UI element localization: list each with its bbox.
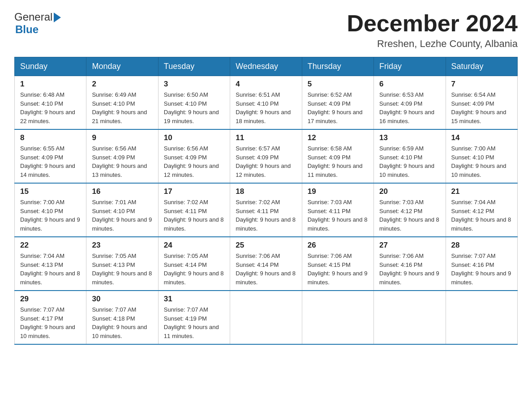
calendar-cell: 24 Sunrise: 7:05 AM Sunset: 4:14 PM Dayl… — [158, 237, 230, 291]
day-number: 2 — [92, 80, 152, 89]
day-info: Sunrise: 6:48 AM Sunset: 4:10 PM Dayligh… — [20, 90, 81, 125]
day-info: Sunrise: 6:50 AM Sunset: 4:10 PM Dayligh… — [164, 90, 224, 125]
day-info: Sunrise: 7:07 AM Sunset: 4:16 PM Dayligh… — [451, 252, 512, 287]
day-info: Sunrise: 6:58 AM Sunset: 4:09 PM Dayligh… — [308, 144, 368, 179]
day-info: Sunrise: 7:05 AM Sunset: 4:14 PM Dayligh… — [164, 252, 224, 287]
day-number: 26 — [308, 241, 368, 250]
day-number: 13 — [379, 133, 440, 142]
day-number: 19 — [308, 187, 368, 196]
calendar-cell — [446, 291, 517, 344]
calendar-cell: 15 Sunrise: 7:00 AM Sunset: 4:10 PM Dayl… — [15, 183, 86, 237]
calendar-cell: 25 Sunrise: 7:06 AM Sunset: 4:14 PM Dayl… — [230, 237, 302, 291]
calendar-header: SundayMondayTuesdayWednesdayThursdayFrid… — [15, 57, 518, 76]
logo-triangle-icon — [54, 13, 61, 22]
day-number: 17 — [164, 187, 224, 196]
calendar-cell: 7 Sunrise: 6:54 AM Sunset: 4:09 PM Dayli… — [446, 76, 517, 130]
day-number: 22 — [20, 241, 81, 250]
day-info: Sunrise: 7:06 AM Sunset: 4:15 PM Dayligh… — [308, 252, 368, 287]
day-number: 28 — [451, 241, 512, 250]
weekday-header-row: SundayMondayTuesdayWednesdayThursdayFrid… — [15, 57, 518, 76]
day-number: 1 — [20, 80, 81, 89]
day-info: Sunrise: 6:52 AM Sunset: 4:09 PM Dayligh… — [308, 90, 368, 125]
calendar-cell: 16 Sunrise: 7:01 AM Sunset: 4:10 PM Dayl… — [86, 183, 158, 237]
calendar-table: SundayMondayTuesdayWednesdayThursdayFrid… — [14, 57, 518, 345]
day-number: 18 — [236, 187, 296, 196]
calendar-cell: 26 Sunrise: 7:06 AM Sunset: 4:15 PM Dayl… — [302, 237, 373, 291]
calendar-cell: 14 Sunrise: 7:00 AM Sunset: 4:10 PM Dayl… — [446, 129, 517, 183]
calendar-cell: 2 Sunrise: 6:49 AM Sunset: 4:10 PM Dayli… — [86, 76, 158, 130]
calendar-cell: 3 Sunrise: 6:50 AM Sunset: 4:10 PM Dayli… — [158, 76, 230, 130]
calendar-week-1: 1 Sunrise: 6:48 AM Sunset: 4:10 PM Dayli… — [15, 76, 518, 130]
page-header: General Blue December 2024 Rreshen, Lezh… — [14, 11, 518, 50]
day-number: 21 — [451, 187, 512, 196]
weekday-header-monday: Monday — [86, 57, 158, 76]
day-number: 23 — [92, 241, 152, 250]
logo-general-text: General — [14, 11, 52, 23]
day-info: Sunrise: 6:51 AM Sunset: 4:10 PM Dayligh… — [236, 90, 296, 125]
day-number: 3 — [164, 80, 224, 89]
day-number: 12 — [308, 133, 368, 142]
calendar-cell: 29 Sunrise: 7:07 AM Sunset: 4:17 PM Dayl… — [15, 291, 86, 344]
day-number: 8 — [20, 133, 81, 142]
day-info: Sunrise: 7:07 AM Sunset: 4:18 PM Dayligh… — [92, 305, 152, 340]
calendar-cell: 19 Sunrise: 7:03 AM Sunset: 4:11 PM Dayl… — [302, 183, 373, 237]
day-number: 31 — [164, 295, 224, 304]
calendar-week-3: 15 Sunrise: 7:00 AM Sunset: 4:10 PM Dayl… — [15, 183, 518, 237]
calendar-cell: 6 Sunrise: 6:53 AM Sunset: 4:09 PM Dayli… — [374, 76, 446, 130]
calendar-cell — [230, 291, 302, 344]
day-info: Sunrise: 7:06 AM Sunset: 4:16 PM Dayligh… — [379, 252, 440, 287]
weekday-header-sunday: Sunday — [15, 57, 86, 76]
day-info: Sunrise: 7:00 AM Sunset: 4:10 PM Dayligh… — [451, 144, 512, 179]
day-number: 6 — [379, 80, 440, 89]
logo: General Blue — [14, 11, 61, 36]
calendar-cell: 23 Sunrise: 7:05 AM Sunset: 4:13 PM Dayl… — [86, 237, 158, 291]
day-info: Sunrise: 7:04 AM Sunset: 4:13 PM Dayligh… — [20, 252, 81, 287]
day-number: 24 — [164, 241, 224, 250]
weekday-header-tuesday: Tuesday — [158, 57, 230, 76]
day-number: 27 — [379, 241, 440, 250]
day-number: 9 — [92, 133, 152, 142]
day-number: 30 — [92, 295, 152, 304]
day-info: Sunrise: 6:59 AM Sunset: 4:10 PM Dayligh… — [379, 144, 440, 179]
day-number: 20 — [379, 187, 440, 196]
day-info: Sunrise: 7:03 AM Sunset: 4:11 PM Dayligh… — [308, 198, 368, 233]
title-block: December 2024 Rreshen, Lezhe County, Alb… — [347, 11, 518, 50]
logo-blue-text: Blue — [15, 23, 39, 36]
calendar-cell: 4 Sunrise: 6:51 AM Sunset: 4:10 PM Dayli… — [230, 76, 302, 130]
calendar-week-5: 29 Sunrise: 7:07 AM Sunset: 4:17 PM Dayl… — [15, 291, 518, 344]
day-info: Sunrise: 7:03 AM Sunset: 4:12 PM Dayligh… — [379, 198, 440, 233]
day-number: 7 — [451, 80, 512, 89]
day-info: Sunrise: 6:53 AM Sunset: 4:09 PM Dayligh… — [379, 90, 440, 125]
month-title: December 2024 — [347, 11, 518, 36]
calendar-body: 1 Sunrise: 6:48 AM Sunset: 4:10 PM Dayli… — [15, 76, 518, 345]
calendar-cell: 21 Sunrise: 7:04 AM Sunset: 4:12 PM Dayl… — [446, 183, 517, 237]
day-info: Sunrise: 7:05 AM Sunset: 4:13 PM Dayligh… — [92, 252, 152, 287]
calendar-cell: 1 Sunrise: 6:48 AM Sunset: 4:10 PM Dayli… — [15, 76, 86, 130]
day-number: 10 — [164, 133, 224, 142]
location-subtitle: Rreshen, Lezhe County, Albania — [347, 38, 518, 50]
calendar-cell — [374, 291, 446, 344]
calendar-cell — [302, 291, 373, 344]
day-info: Sunrise: 7:07 AM Sunset: 4:19 PM Dayligh… — [164, 305, 224, 340]
calendar-cell: 22 Sunrise: 7:04 AM Sunset: 4:13 PM Dayl… — [15, 237, 86, 291]
day-info: Sunrise: 6:56 AM Sunset: 4:09 PM Dayligh… — [164, 144, 224, 179]
day-info: Sunrise: 7:02 AM Sunset: 4:11 PM Dayligh… — [164, 198, 224, 233]
calendar-cell: 30 Sunrise: 7:07 AM Sunset: 4:18 PM Dayl… — [86, 291, 158, 344]
day-number: 15 — [20, 187, 81, 196]
calendar-week-4: 22 Sunrise: 7:04 AM Sunset: 4:13 PM Dayl… — [15, 237, 518, 291]
day-info: Sunrise: 6:56 AM Sunset: 4:09 PM Dayligh… — [92, 144, 152, 179]
day-number: 14 — [451, 133, 512, 142]
day-number: 11 — [236, 133, 296, 142]
day-info: Sunrise: 7:00 AM Sunset: 4:10 PM Dayligh… — [20, 198, 81, 233]
day-number: 5 — [308, 80, 368, 89]
calendar-cell: 12 Sunrise: 6:58 AM Sunset: 4:09 PM Dayl… — [302, 129, 373, 183]
calendar-cell: 9 Sunrise: 6:56 AM Sunset: 4:09 PM Dayli… — [86, 129, 158, 183]
calendar-cell: 27 Sunrise: 7:06 AM Sunset: 4:16 PM Dayl… — [374, 237, 446, 291]
calendar-cell: 28 Sunrise: 7:07 AM Sunset: 4:16 PM Dayl… — [446, 237, 517, 291]
calendar-cell: 17 Sunrise: 7:02 AM Sunset: 4:11 PM Dayl… — [158, 183, 230, 237]
day-info: Sunrise: 7:02 AM Sunset: 4:11 PM Dayligh… — [236, 198, 296, 233]
calendar-cell: 31 Sunrise: 7:07 AM Sunset: 4:19 PM Dayl… — [158, 291, 230, 344]
day-number: 25 — [236, 241, 296, 250]
day-info: Sunrise: 7:04 AM Sunset: 4:12 PM Dayligh… — [451, 198, 512, 233]
day-info: Sunrise: 7:01 AM Sunset: 4:10 PM Dayligh… — [92, 198, 152, 233]
